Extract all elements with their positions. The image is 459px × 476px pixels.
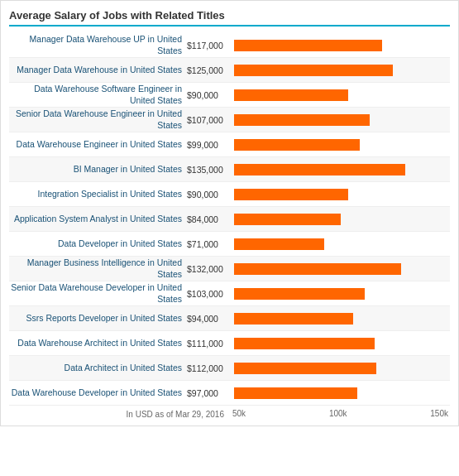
row-value: $99,000 (187, 140, 232, 150)
bar (234, 288, 365, 300)
bar (234, 89, 348, 101)
row-link[interactable]: Data Warehouse Software Engineer in Unit… (34, 84, 182, 105)
bar (234, 164, 405, 175)
row-value: $132,000 (187, 264, 232, 274)
table-row: Data Architect in United States$112,000 (9, 356, 450, 381)
row-link[interactable]: Integration Specialist in United States (37, 189, 182, 199)
bar (234, 40, 382, 51)
bar (234, 338, 375, 349)
table-row: Manager Data Warehouse UP in United Stat… (9, 33, 450, 58)
bar-area (232, 359, 450, 377)
bar-area (232, 185, 450, 204)
bar (234, 387, 357, 399)
bar (234, 363, 376, 374)
table-row: BI Manager in United States$135,000 (9, 157, 450, 182)
table-row: Data Warehouse Engineer in United States… (9, 132, 450, 157)
bar-area (232, 310, 450, 328)
bar-area (232, 235, 450, 253)
row-link[interactable]: BI Manager in United States (74, 164, 182, 174)
table-row: Ssrs Reports Developer in United States$… (9, 306, 450, 331)
row-value: $125,000 (187, 65, 232, 75)
table-row: Data Warehouse Developer in United State… (9, 381, 450, 406)
bar (234, 189, 348, 200)
table-row: Manager Data Warehouse in United States$… (9, 58, 450, 83)
bar-area (232, 36, 450, 55)
bar-area (232, 285, 450, 303)
table-row: Application System Analyst in United Sta… (9, 207, 450, 232)
table-row: Data Warehouse Architect in United State… (9, 331, 450, 356)
bar (234, 313, 353, 325)
table-row: Senior Data Warehouse Engineer in United… (9, 108, 450, 132)
bar-area (232, 111, 450, 129)
row-link[interactable]: Senior Data Warehouse Engineer in United… (16, 108, 182, 130)
bar (234, 238, 324, 250)
bar-area (232, 260, 450, 278)
row-link[interactable]: Ssrs Reports Developer in United States (26, 313, 182, 323)
x-axis-label-50k: 50k (232, 409, 246, 419)
row-link[interactable]: Application System Analyst in United Sta… (14, 214, 182, 224)
row-link[interactable]: Manager Business Intelligence in United … (27, 257, 182, 279)
table-row: Senior Data Warehouse Developer in Unite… (9, 281, 450, 306)
table-row: Data Developer in United States$71,000 (9, 232, 450, 257)
row-link[interactable]: Data Warehouse Engineer in United States (17, 139, 182, 149)
footer-note: In USD as of Mar 29, 2016 (127, 410, 229, 419)
row-link[interactable]: Data Warehouse Developer in United State… (12, 387, 182, 397)
bar (234, 114, 370, 126)
row-link[interactable]: Data Warehouse Architect in United State… (17, 338, 182, 348)
bar (234, 139, 360, 151)
chart-container: Average Salary of Jobs with Related Titl… (0, 0, 459, 426)
bar-area (232, 334, 450, 353)
row-value: $71,000 (187, 239, 232, 249)
row-value: $111,000 (187, 339, 232, 349)
row-link[interactable]: Data Developer in United States (58, 238, 182, 248)
bar (234, 214, 341, 225)
table-row: Integration Specialist in United States$… (9, 182, 450, 207)
table-row: Manager Business Intelligence in United … (9, 257, 450, 281)
bar-area (232, 136, 450, 154)
row-value: $90,000 (187, 90, 232, 100)
table-row: Data Warehouse Software Engineer in Unit… (9, 83, 450, 108)
row-link[interactable]: Senior Data Warehouse Developer in Unite… (11, 282, 182, 304)
row-link[interactable]: Data Architect in United States (65, 363, 182, 373)
chart-body: Manager Data Warehouse UP in United Stat… (9, 33, 450, 406)
bar-area (232, 384, 450, 402)
row-value: $84,000 (187, 214, 232, 224)
bar-area (232, 86, 450, 104)
row-value: $97,000 (187, 388, 232, 398)
bar-area (232, 61, 450, 79)
row-link[interactable]: Manager Data Warehouse in United States (17, 65, 182, 75)
row-value: $94,000 (187, 314, 232, 324)
row-value: $90,000 (187, 190, 232, 200)
row-value: $135,000 (187, 165, 232, 175)
x-axis-label-150k: 150k (430, 409, 448, 419)
row-value: $107,000 (187, 115, 232, 125)
bar-area (232, 161, 450, 179)
row-link[interactable]: Manager Data Warehouse UP in United Stat… (30, 34, 182, 55)
row-value: $112,000 (187, 363, 232, 373)
row-value: $117,000 (187, 41, 232, 50)
bar (234, 263, 401, 275)
chart-title: Average Salary of Jobs with Related Titl… (9, 9, 450, 26)
x-axis-label-100k: 100k (329, 409, 347, 419)
row-value: $103,000 (187, 289, 232, 299)
bar-area (232, 210, 450, 228)
bar (234, 65, 393, 76)
